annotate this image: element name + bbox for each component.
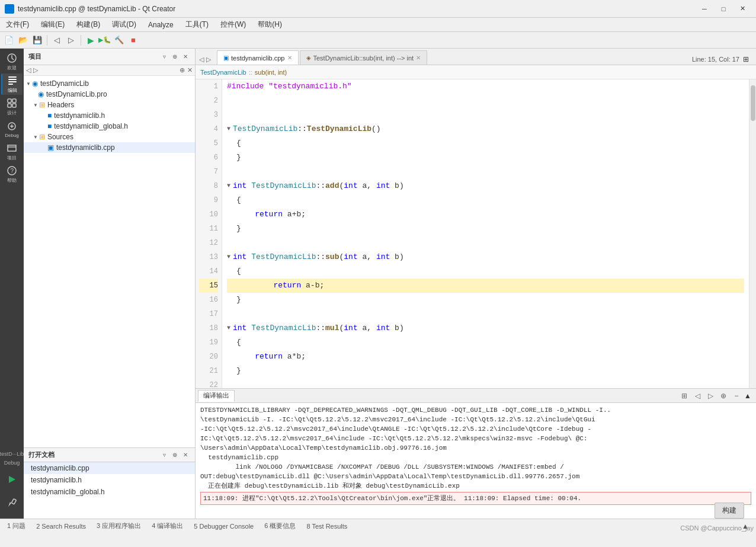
open-files-filter[interactable]: ▿ — [159, 450, 169, 460]
bottom-scroll-up[interactable]: ▲ — [742, 522, 749, 530]
fold-8[interactable]: ▼ — [227, 179, 230, 193]
tab-cpp-close[interactable]: ✕ — [287, 55, 292, 61]
fold-4[interactable]: ▼ — [227, 122, 230, 136]
build-icon[interactable] — [1, 492, 23, 514]
back-button[interactable]: ◁ — [50, 34, 63, 47]
token-6-1: } — [227, 151, 241, 165]
tree-h-file-1[interactable]: ■ testdynamiclib.h — [24, 110, 195, 121]
output-fwd-btn[interactable]: ▷ — [705, 391, 716, 401]
run-button[interactable]: ▶ — [84, 34, 97, 47]
tab-func-close[interactable]: ✕ — [416, 55, 421, 61]
nav-forward[interactable]: ▷ — [33, 66, 38, 74]
close-button[interactable]: ✕ — [733, 3, 751, 15]
stop-button[interactable]: ■ — [127, 34, 140, 47]
sources-icon: ⊞ — [39, 133, 45, 141]
ln-6: 6 — [199, 151, 218, 165]
bottom-tab-test[interactable]: 8 Test Results — [302, 522, 352, 531]
split-button[interactable]: ⊞ — [741, 54, 751, 65]
left-sidebar: 欢迎 编辑 设计 Debug 项目 ? 帮助 testD···Lib Debug — [0, 49, 24, 519]
tab-forward[interactable]: ▷ — [205, 55, 212, 65]
token-8-fn: add — [325, 179, 339, 193]
panel-sync-button[interactable]: ⊕ — [170, 52, 180, 62]
token-18-a: a, — [358, 321, 376, 335]
window-title: testdynamiclib.cpp @ testDynamicLib - Qt… — [18, 5, 696, 13]
menu-help[interactable]: 帮助(H) — [252, 18, 288, 31]
output-line-7: link /NOLOGO /DYNAMICBASE /NXCOMPAT /DEB… — [200, 462, 751, 472]
open-file-cpp[interactable]: testdynamiclib.cpp — [24, 462, 195, 474]
code-content[interactable]: #include "testdynamiclib.h" ▼ TestDynami… — [222, 79, 749, 388]
menu-controls[interactable]: 控件(W) — [214, 18, 252, 31]
new-file-button[interactable]: 📄 — [2, 34, 15, 47]
token-8-kw: int — [233, 179, 246, 193]
run-icon[interactable] — [1, 469, 23, 490]
output-panel: 编译输出 ⊞ ◁ ▷ ⊕ − ▲ DTESTDYNAMICLIB_LIBRARY… — [196, 388, 756, 519]
save-file-button[interactable]: 💾 — [31, 34, 44, 47]
nav-close[interactable]: ✕ — [187, 66, 193, 74]
svg-rect-5 — [8, 99, 11, 103]
open-files-close[interactable]: ✕ — [181, 450, 190, 460]
open-file-button[interactable]: 📂 — [17, 34, 30, 47]
panel-close-button[interactable]: ✕ — [181, 52, 190, 62]
output-content[interactable]: DTESTDYNAMICLIB_LIBRARY -DQT_DEPRECATED_… — [196, 403, 756, 519]
fold-13[interactable]: ▼ — [227, 250, 230, 264]
bottom-tab-app-output[interactable]: 3 应用程序输出 — [92, 520, 146, 532]
output-min-btn[interactable]: − — [731, 391, 742, 401]
tree-root[interactable]: ▼ ◉ testDynamicLib — [24, 78, 195, 89]
menu-debug[interactable]: 调试(D) — [106, 18, 142, 31]
debug-run-button[interactable]: ▶🐛 — [98, 34, 111, 47]
editor-scrollbar-thumb[interactable] — [751, 85, 755, 121]
sidebar-item-edit[interactable]: 编辑 — [1, 73, 23, 95]
headers-label: Headers — [47, 101, 74, 109]
output-line-5: \Users\admin\AppData\Local\Temp\testdyna… — [200, 443, 751, 453]
tree-cpp-file[interactable]: ▣ testdynamiclib.cpp — [24, 142, 195, 153]
nav-back[interactable]: ◁ — [26, 66, 31, 74]
sidebar-item-design[interactable]: 设计 — [1, 96, 23, 117]
menu-tools[interactable]: 工具(T) — [180, 18, 214, 31]
sidebar-item-help[interactable]: ? 帮助 — [1, 164, 23, 185]
forward-button[interactable]: ▷ — [65, 34, 78, 47]
tree-headers-folder[interactable]: ▼ ⊞ Headers — [24, 100, 195, 110]
open-files-add[interactable]: ⊕ — [170, 450, 180, 460]
output-tab-compile[interactable]: 编译输出 — [198, 390, 235, 402]
build-button[interactable]: 🔨 — [113, 34, 126, 47]
open-file-global-h[interactable]: testdynamiclib_global.h — [24, 486, 195, 498]
svg-marker-12 — [9, 476, 15, 483]
bottom-tab-summary[interactable]: 6 概要信息 — [260, 520, 300, 532]
h-icon-1: ■ — [47, 111, 52, 120]
sidebar-item-welcome[interactable]: 欢迎 — [1, 51, 23, 72]
build-button-overlay[interactable]: 构建 — [715, 503, 744, 519]
output-back-btn[interactable]: ◁ — [692, 391, 703, 401]
menu-file[interactable]: 文件(F) — [0, 18, 35, 31]
code-line-18: ▼ int TestDynamicLib::mul(int a, int b) — [227, 321, 744, 335]
tree-h-file-2[interactable]: ■ testdynamiclib_global.h — [24, 121, 195, 132]
panel-filter-button[interactable]: ▿ — [159, 52, 169, 62]
tree-pro-file[interactable]: ◉ testDynamicLib.pro — [24, 89, 195, 100]
tree-sources-folder[interactable]: ▼ ⊞ Sources — [24, 132, 195, 142]
menu-edit[interactable]: 编辑(E) — [35, 18, 71, 31]
menu-build[interactable]: 构建(B) — [71, 18, 106, 31]
output-add-btn[interactable]: ⊕ — [718, 391, 729, 401]
output-scroll-up[interactable]: ▲ — [744, 392, 751, 399]
fold-18[interactable]: ▼ — [227, 321, 230, 335]
maximize-button[interactable]: □ — [715, 3, 732, 15]
pro-icon: ◉ — [38, 90, 44, 98]
bottom-tab-search[interactable]: 2 Search Results — [31, 522, 91, 531]
token-14-1: { — [227, 264, 241, 279]
open-files-controls: ▿ ⊕ ✕ — [159, 450, 190, 460]
ln-1: 1 — [199, 79, 218, 94]
bottom-bar-controls: ▲ — [742, 522, 754, 530]
sidebar-item-projects[interactable]: 项目 — [1, 141, 23, 162]
tab-cpp[interactable]: ▣ testdynamiclib.cpp ✕ — [217, 50, 299, 65]
bottom-tab-compile-output[interactable]: 4 编译输出 — [147, 520, 188, 532]
open-file-h[interactable]: testdynamiclib.h — [24, 474, 195, 486]
tab-back[interactable]: ◁ — [198, 55, 205, 65]
output-dock-btn[interactable]: ⊞ — [679, 391, 690, 401]
editor-scrollbar[interactable] — [749, 79, 756, 388]
menu-analyze[interactable]: Analyze — [142, 18, 180, 31]
tab-func[interactable]: ◈ TestDynamicLib::sub(int, int) --> int … — [300, 50, 428, 65]
bottom-tab-issues[interactable]: 1 问题 — [2, 520, 30, 532]
minimize-button[interactable]: ─ — [696, 3, 713, 15]
bottom-tab-debugger[interactable]: 5 Debugger Console — [189, 522, 258, 531]
sidebar-item-debug[interactable]: Debug — [1, 119, 23, 140]
nav-add[interactable]: ⊕ — [180, 66, 185, 74]
